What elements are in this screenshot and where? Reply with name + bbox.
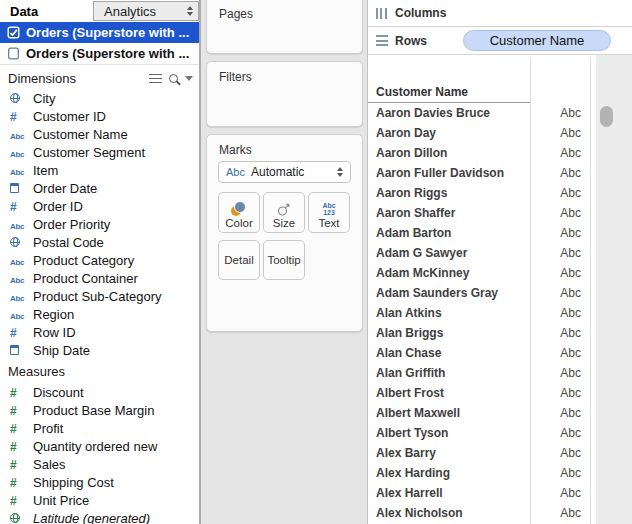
grid-row[interactable]: Adam Saunders Gray Abc xyxy=(368,283,590,303)
field-label: Latitude (generated) xyxy=(33,511,150,524)
dimension-field-row[interactable]: Customer Segment xyxy=(0,143,199,161)
row-header-cell[interactable]: Adam McKinney xyxy=(368,266,530,280)
dimension-field-row[interactable]: Order Priority xyxy=(0,215,199,233)
grid-row[interactable]: Alex Nicholson Abc xyxy=(368,503,590,523)
abc-placeholder-cell: Abc xyxy=(530,126,590,140)
measure-field-row[interactable]: Discount xyxy=(0,383,199,401)
measure-field-row[interactable]: Profit xyxy=(0,419,199,437)
abc-placeholder-cell: Abc xyxy=(530,386,590,400)
dimension-field-row[interactable]: Ship Date xyxy=(0,341,199,359)
row-header-cell[interactable]: Aaron Fuller Davidson xyxy=(368,166,530,180)
pane-spinner-icon[interactable] xyxy=(187,6,193,16)
dimension-field-row[interactable]: Item xyxy=(0,161,199,179)
dimension-field-row[interactable]: Postal Code xyxy=(0,233,199,251)
filters-label: Filters xyxy=(207,62,362,84)
measure-field-row[interactable]: Shipping Cost xyxy=(0,473,199,491)
row-header-cell[interactable]: Alex Nicholson xyxy=(368,506,530,520)
filters-shelf[interactable]: Filters xyxy=(206,61,363,127)
measure-field-row[interactable]: Sales xyxy=(0,455,199,473)
pane-menu-caret-icon[interactable] xyxy=(185,76,193,81)
dimension-field-row[interactable]: Product Sub-Category xyxy=(0,287,199,305)
search-icon[interactable] xyxy=(169,74,178,83)
text-button[interactable]: Abc 123 Text xyxy=(308,192,350,233)
scrollbar-thumb[interactable] xyxy=(600,106,613,127)
field-label: Order ID xyxy=(33,199,83,214)
datasource-item-selected[interactable]: Orders (Superstore with ... xyxy=(0,22,199,43)
row-header-cell[interactable]: Alan Griffith xyxy=(368,366,530,380)
mark-type-dropdown[interactable]: Abc Automatic xyxy=(218,161,351,183)
grid-row[interactable]: Alan Briggs Abc xyxy=(368,323,590,343)
row-header-cell[interactable]: Adam G Sawyer xyxy=(368,246,530,260)
row-header-cell[interactable]: Alex Harrell xyxy=(368,486,530,500)
scrollbar-track[interactable] xyxy=(596,55,632,524)
grid-row[interactable]: Aaron Day Abc xyxy=(368,123,590,143)
row-header-cell[interactable]: Alan Chase xyxy=(368,346,530,360)
field-label: Customer ID xyxy=(33,109,106,124)
dimension-field-row[interactable]: City xyxy=(0,89,199,107)
datasource-label: Orders (Superstore with ... xyxy=(26,25,189,40)
dimension-field-row[interactable]: Product Category xyxy=(0,251,199,269)
shelf-column: Pages Filters Marks Abc Automatic Color xyxy=(201,0,368,524)
row-header-cell[interactable]: Albert Tyson xyxy=(368,426,530,440)
row-header-cell[interactable]: Albert Frost xyxy=(368,386,530,400)
row-header-cell[interactable]: Aaron Dillon xyxy=(368,146,530,160)
dimension-field-row[interactable]: Order Date xyxy=(0,179,199,197)
grid-row[interactable]: Aaron Riggs Abc xyxy=(368,183,590,203)
grid-row[interactable]: Albert Frost Abc xyxy=(368,383,590,403)
view-as-list-icon[interactable] xyxy=(149,74,162,83)
grid-row[interactable]: Albert Maxwell Abc xyxy=(368,403,590,423)
pages-shelf[interactable]: Pages xyxy=(206,0,363,54)
grid-row[interactable]: Adam McKinney Abc xyxy=(368,263,590,283)
detail-button[interactable]: Detail xyxy=(218,240,260,280)
grid-row[interactable]: Alex Harding Abc xyxy=(368,463,590,483)
tab-data[interactable]: Data xyxy=(0,4,38,19)
row-header-cell[interactable]: Alan Atkins xyxy=(368,306,530,320)
grid-row[interactable]: Alex Barry Abc xyxy=(368,443,590,463)
row-header-cell[interactable]: Aaron Davies Bruce xyxy=(368,106,530,120)
row-header-cell[interactable]: Adam Barton xyxy=(368,226,530,240)
tooltip-button[interactable]: Tooltip xyxy=(263,240,305,280)
rows-shelf[interactable]: Rows Customer Name xyxy=(368,27,632,55)
field-type-icon xyxy=(8,199,33,214)
measure-field-row[interactable]: Unit Price xyxy=(0,491,199,509)
grid-row[interactable]: Alan Atkins Abc xyxy=(368,303,590,323)
grid-row[interactable]: Aaron Fuller Davidson Abc xyxy=(368,163,590,183)
measure-field-row[interactable]: Product Base Margin xyxy=(0,401,199,419)
grid-row[interactable]: Alex Harrell Abc xyxy=(368,483,590,503)
row-header-cell[interactable]: Alex Harding xyxy=(368,466,530,480)
grid-row[interactable]: Adam Barton Abc xyxy=(368,223,590,243)
abc-123-icon: Abc 123 xyxy=(322,202,335,216)
row-header-cell[interactable]: Alan Briggs xyxy=(368,326,530,340)
grid-row[interactable]: Albert Tyson Abc xyxy=(368,423,590,443)
dimension-field-row[interactable]: Customer ID xyxy=(0,107,199,125)
grid-row[interactable]: Alan Chase Abc xyxy=(368,343,590,363)
measure-field-row[interactable]: Quantity ordered new xyxy=(0,437,199,455)
row-header-cell[interactable]: Alex Barry xyxy=(368,446,530,460)
color-button[interactable]: Color xyxy=(218,192,260,233)
grid-row[interactable]: Alan Griffith Abc xyxy=(368,363,590,383)
size-button[interactable]: Size xyxy=(263,192,305,233)
field-type-icon xyxy=(8,439,33,454)
tab-analytics[interactable]: Analytics xyxy=(93,1,199,21)
row-header-cell[interactable]: Aaron Riggs xyxy=(368,186,530,200)
grid-row[interactable]: Aaron Shaffer Abc xyxy=(368,203,590,223)
datasource-item[interactable]: Orders (Superstore with ... xyxy=(0,43,199,64)
grid-header[interactable]: Customer Name xyxy=(368,55,530,103)
row-header-cell[interactable]: Albert Maxwell xyxy=(368,406,530,420)
row-header-cell[interactable]: Aaron Day xyxy=(368,126,530,140)
abc-placeholder-cell: Abc xyxy=(530,146,590,160)
row-header-cell[interactable]: Adam Saunders Gray xyxy=(368,286,530,300)
customer-name-pill[interactable]: Customer Name xyxy=(463,30,611,51)
measure-field-row[interactable]: Latitude (generated) xyxy=(0,509,199,524)
grid-row[interactable]: Aaron Davies Bruce Abc xyxy=(368,103,590,123)
grid-row[interactable]: Aaron Dillon Abc xyxy=(368,143,590,163)
row-header-cell[interactable]: Aaron Shaffer xyxy=(368,206,530,220)
dimension-field-row[interactable]: Region xyxy=(0,305,199,323)
dimension-field-row[interactable]: Product Container xyxy=(0,269,199,287)
dimension-field-row[interactable]: Order ID xyxy=(0,197,199,215)
columns-shelf[interactable]: Columns xyxy=(368,0,632,27)
dimension-field-row[interactable]: Row ID xyxy=(0,323,199,341)
dimension-field-row[interactable]: Customer Name xyxy=(0,125,199,143)
grid-row[interactable]: Adam G Sawyer Abc xyxy=(368,243,590,263)
field-type-icon xyxy=(8,493,33,508)
